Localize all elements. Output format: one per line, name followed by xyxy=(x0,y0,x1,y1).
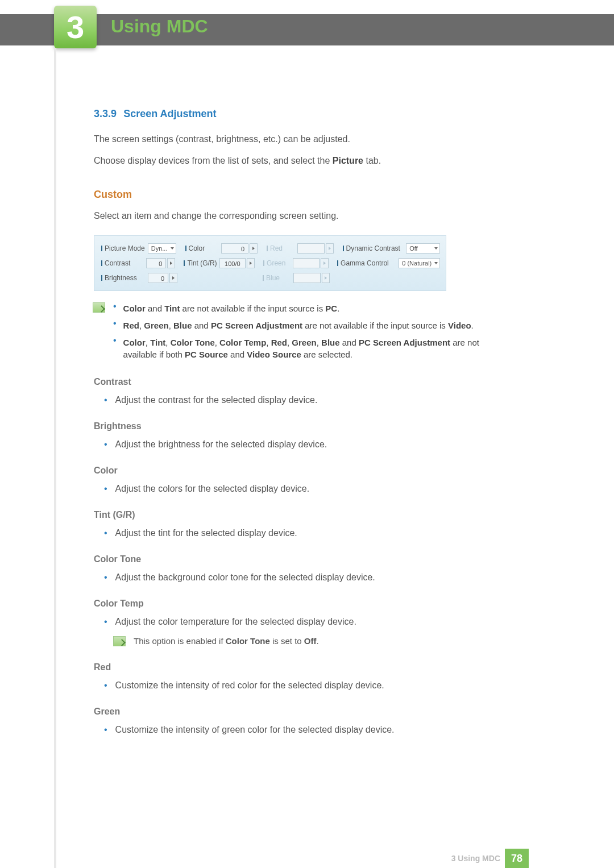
brightness-value[interactable]: 0 xyxy=(148,273,168,283)
picture-mode-label: Picture Mode xyxy=(100,244,146,252)
bullet-icon: • xyxy=(104,680,107,691)
red-desc: Customize the intensity of red color for… xyxy=(115,680,384,691)
tint-label: Tint (G/R) xyxy=(182,259,217,267)
tint-value[interactable]: 100/0 xyxy=(219,258,246,268)
chapter-number-badge: 3 xyxy=(54,6,97,48)
page-title: Using MDC xyxy=(111,16,208,37)
note-icon xyxy=(93,302,105,313)
bullet-icon: • xyxy=(113,335,117,346)
tint-spinner[interactable] xyxy=(247,258,255,268)
bullet-icon: • xyxy=(104,439,107,450)
intro-text-1: The screen settings (contrast, brightnes… xyxy=(94,134,503,144)
red-title: Red xyxy=(94,662,503,672)
bullet-icon: • xyxy=(113,318,117,329)
color-tone-title: Color Tone xyxy=(94,554,503,564)
chevron-down-icon xyxy=(171,247,174,250)
custom-desc: Select an item and change the correspond… xyxy=(94,211,503,221)
brightness-desc: Adjust the brightness for the selected d… xyxy=(115,439,327,450)
footer: 3 Using MDC 78 xyxy=(0,849,614,868)
red-value xyxy=(297,243,325,254)
brightness-label: Brightness xyxy=(100,274,146,282)
tint-title: Tint (G/R) xyxy=(94,510,503,520)
tint-desc: Adjust the tint for the selected display… xyxy=(115,528,297,538)
color-value[interactable]: 0 xyxy=(221,243,248,254)
contrast-desc: Adjust the contrast for the selected dis… xyxy=(115,395,318,405)
brightness-spinner[interactable] xyxy=(169,273,177,283)
gamma-control-label: Gamma Control xyxy=(336,259,396,267)
color-label: Color xyxy=(184,244,219,252)
color-title: Color xyxy=(94,466,503,476)
color-desc: Adjust the colors for the selected displ… xyxy=(115,484,310,494)
bullet-icon: • xyxy=(104,484,107,494)
bullet-icon: • xyxy=(113,301,117,312)
red-label: Red xyxy=(265,244,295,252)
note-icon xyxy=(113,636,126,646)
color-temp-title: Color Temp xyxy=(94,599,503,609)
brightness-title: Brightness xyxy=(94,421,503,431)
section-heading: 3.3.9 Screen Adjustment xyxy=(94,108,503,120)
color-tone-desc: Adjust the background color tone for the… xyxy=(115,572,375,583)
dynamic-contrast-label: Dynamic Contrast xyxy=(342,244,404,252)
bullet-icon: • xyxy=(104,572,107,583)
dynamic-contrast-select[interactable]: Off xyxy=(406,243,440,254)
custom-heading: Custom xyxy=(94,189,503,201)
notes-block: • Color and Tint are not available if th… xyxy=(94,302,503,361)
note-2: Red, Green, Blue and PC Screen Adjustmen… xyxy=(123,319,474,332)
note-1: Color and Tint are not available if the … xyxy=(123,302,340,315)
blue-label: Blue xyxy=(262,274,291,282)
contrast-value[interactable]: 0 xyxy=(146,258,166,268)
section-number: 3.3.9 xyxy=(94,108,117,119)
green-desc: Customize the intensity of green color f… xyxy=(115,725,395,735)
section-title: Screen Adjustment xyxy=(123,108,216,119)
arrow-right-icon xyxy=(170,261,172,265)
bullet-icon: • xyxy=(104,528,107,538)
green-title: Green xyxy=(94,707,503,717)
contrast-label: Contrast xyxy=(100,259,144,267)
footer-page-number: 78 xyxy=(505,849,529,868)
contrast-title: Contrast xyxy=(94,377,503,387)
color-spinner[interactable] xyxy=(250,243,258,254)
footer-chapter: 3 Using MDC xyxy=(451,854,500,863)
color-temp-note: This option is enabled if Color Tone is … xyxy=(134,636,319,646)
blue-spinner xyxy=(322,273,330,283)
blue-value xyxy=(293,273,321,283)
note-3: Color, Tint, Color Tone, Color Temp, Red… xyxy=(123,337,503,362)
left-margin-stripe xyxy=(54,48,56,868)
intro-text-2: Choose display devices from the list of … xyxy=(94,156,503,166)
green-label: Green xyxy=(262,259,291,267)
bullet-icon: • xyxy=(104,395,107,405)
arrow-right-icon xyxy=(172,276,175,280)
bullet-icon: • xyxy=(104,617,107,627)
chevron-down-icon xyxy=(434,262,438,264)
green-value xyxy=(293,258,320,268)
green-spinner xyxy=(321,258,329,268)
chevron-down-icon xyxy=(434,247,438,250)
contrast-spinner[interactable] xyxy=(167,258,175,268)
gamma-control-select[interactable]: 0 (Natural) xyxy=(399,258,440,268)
arrow-right-icon xyxy=(250,261,252,265)
settings-panel: Picture Mode Dyn... Color 0 Red Dynamic … xyxy=(94,235,446,291)
color-temp-desc: Adjust the color temperature for the sel… xyxy=(115,617,356,627)
picture-mode-select[interactable]: Dyn... xyxy=(148,243,176,254)
arrow-right-icon xyxy=(252,247,255,250)
bullet-icon: • xyxy=(104,725,107,735)
red-spinner xyxy=(326,243,334,254)
